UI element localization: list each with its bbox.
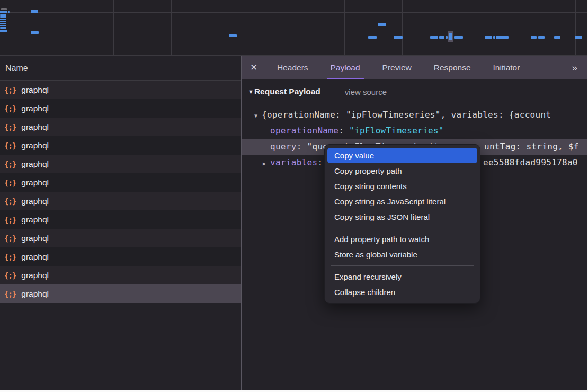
request-name: graphql <box>21 289 49 299</box>
waterfall-bar <box>493 36 495 39</box>
waterfall-bar <box>31 10 38 13</box>
fetch-json-icon: {;} <box>4 290 16 298</box>
waterfall-bar <box>394 36 403 39</box>
waterfall-bar <box>449 33 452 40</box>
tab-payload[interactable]: Payload <box>323 56 368 79</box>
request-row[interactable]: {;} graphql <box>0 118 241 136</box>
menu-item-expand-recursively[interactable]: Expand recursively <box>325 269 480 284</box>
fetch-json-icon: {;} <box>4 253 16 261</box>
request-list-panel: Name {;} graphql {;} graphql {;} graphql… <box>0 56 241 390</box>
tab-headers[interactable]: Headers <box>269 56 316 79</box>
menu-item-copy-value[interactable]: Copy value <box>327 148 477 163</box>
waterfall-bar <box>575 36 582 39</box>
network-overview-timeline[interactable] <box>0 0 587 56</box>
request-row[interactable]: {;} graphql <box>0 155 241 173</box>
column-header-name[interactable]: Name <box>0 56 241 81</box>
payload-root-line[interactable]: ▼{operationName: "ipFlowTimeseries", var… <box>242 107 587 122</box>
request-list: {;} graphql {;} graphql {;} graphql {;} … <box>0 81 241 303</box>
property-key: query <box>270 141 297 152</box>
request-name: graphql <box>21 122 49 132</box>
property-value: "ipFlowTimeseries" <box>349 126 444 136</box>
collapsed-caret-icon[interactable]: ▶ <box>263 156 270 170</box>
menu-item-store-as-global-variable[interactable]: Store as global variable <box>325 247 480 262</box>
request-name: graphql <box>21 141 49 150</box>
waterfall-bar <box>368 36 377 39</box>
fetch-json-icon: {;} <box>4 123 16 131</box>
waterfall-bar <box>1 8 7 10</box>
menu-item-copy-string-contents[interactable]: Copy string contents <box>325 179 480 194</box>
fetch-json-icon: {;} <box>4 179 16 187</box>
waterfall-bar <box>0 25 6 26</box>
request-row[interactable]: {;} graphql <box>0 210 241 229</box>
waterfall-bar <box>531 36 537 39</box>
section-title: Request Payload <box>254 87 320 96</box>
request-row[interactable]: {;} graphql <box>0 266 241 284</box>
request-name: graphql <box>21 85 49 95</box>
context-menu: Copy valueCopy property pathCopy string … <box>324 144 480 304</box>
menu-item-add-property-path-to-watch[interactable]: Add property path to watch <box>325 231 480 247</box>
tab-preview[interactable]: Preview <box>375 56 420 79</box>
waterfall-bar <box>229 34 237 37</box>
waterfall-bar <box>0 19 6 20</box>
property-preview-right: ee5588fdad995178a0 <box>483 155 578 170</box>
fetch-json-icon: {;} <box>4 86 16 94</box>
property-value-right: untTag: string, $f <box>484 139 579 155</box>
expanded-caret-icon[interactable]: ▼ <box>254 108 262 122</box>
payload-root-preview: {operationName: "ipFlowTimeseries", vari… <box>262 110 551 120</box>
request-row[interactable]: {;} graphql <box>0 284 241 303</box>
fetch-json-icon: {;} <box>4 234 16 243</box>
detail-tabbar: ✕ Headers Payload Preview Response Initi… <box>242 56 587 79</box>
waterfall-bar <box>0 27 6 29</box>
waterfall-bar <box>496 36 509 39</box>
request-row[interactable]: {;} graphql <box>0 136 241 155</box>
request-name: graphql <box>21 234 49 243</box>
close-icon[interactable]: ✕ <box>242 62 266 73</box>
request-row[interactable]: {;} graphql <box>0 229 241 247</box>
view-source-link[interactable]: view source <box>345 87 387 96</box>
menu-item-copy-string-as-javascript-literal[interactable]: Copy string as JavaScript literal <box>325 194 480 209</box>
waterfall-bar <box>554 36 560 39</box>
request-row[interactable]: {;} graphql <box>0 247 241 266</box>
menu-separator <box>331 265 474 266</box>
request-name: graphql <box>21 197 49 206</box>
waterfall-bar <box>8 11 10 13</box>
waterfall-bar <box>0 30 7 32</box>
waterfall-bar <box>430 36 438 39</box>
fetch-json-icon: {;} <box>4 197 16 206</box>
waterfall-bar <box>485 36 492 39</box>
more-tabs-icon[interactable]: » <box>572 62 587 74</box>
waterfall-bar <box>0 11 7 13</box>
key-separator: : <box>297 141 307 152</box>
menu-item-collapse-children[interactable]: Collapse children <box>325 284 480 300</box>
menu-item-copy-property-path[interactable]: Copy property path <box>325 163 480 179</box>
waterfall-bar <box>454 36 463 39</box>
tab-response[interactable]: Response <box>426 56 479 79</box>
request-row[interactable]: {;} graphql <box>0 192 241 210</box>
waterfall-bar <box>0 16 6 18</box>
fetch-json-icon: {;} <box>4 271 16 280</box>
waterfall-bar <box>31 31 39 34</box>
request-row[interactable]: {;} graphql <box>0 81 241 99</box>
request-name: graphql <box>21 271 49 280</box>
property-key: operationName <box>270 126 338 136</box>
collapse-caret-icon[interactable]: ▼ <box>248 88 254 95</box>
waterfall-bar <box>0 14 6 16</box>
request-payload-section: ▼ Request Payload view source <box>248 87 387 96</box>
fetch-json-icon: {;} <box>4 216 16 224</box>
waterfall-bar <box>0 23 6 24</box>
fetch-json-icon: {;} <box>4 160 16 168</box>
tab-initiator[interactable]: Initiator <box>485 56 528 79</box>
waterfall-bar <box>538 36 545 39</box>
payload-operation-line[interactable]: operationName: "ipFlowTimeseries" <box>242 123 587 138</box>
request-name: graphql <box>21 159 49 169</box>
menu-item-copy-string-as-json-literal[interactable]: Copy string as JSON literal <box>325 209 480 225</box>
overview-horizontal-gridline <box>0 12 587 13</box>
waterfall-bar <box>378 23 386 26</box>
request-name: graphql <box>21 252 49 262</box>
menu-separator <box>331 228 474 228</box>
request-row[interactable]: {;} graphql <box>0 99 241 118</box>
devtools-window: Name {;} graphql {;} graphql {;} graphql… <box>0 0 587 390</box>
fetch-json-icon: {;} <box>4 104 16 113</box>
request-row[interactable]: {;} graphql <box>0 173 241 192</box>
request-name: graphql <box>21 178 49 188</box>
